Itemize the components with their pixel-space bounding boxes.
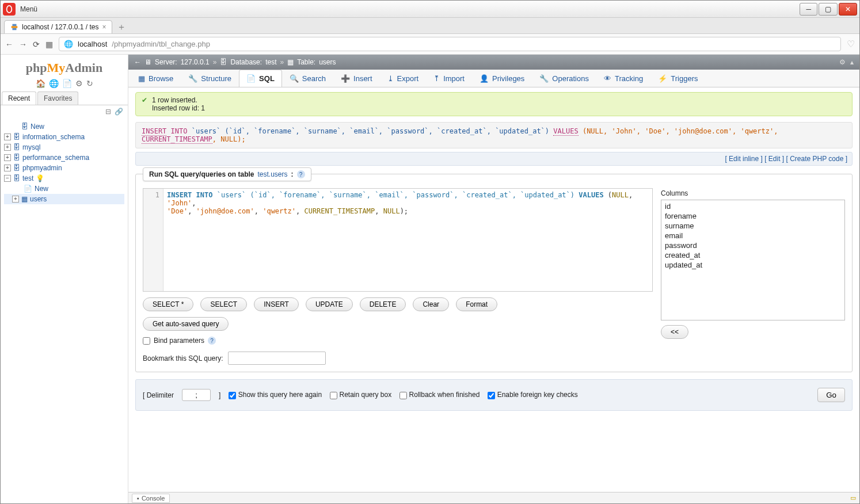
tree-db[interactable]: +🗄performance_schema [4,152,124,163]
column-item[interactable]: forename [664,211,842,221]
svg-point-0 [7,5,12,12]
forward-button[interactable]: → [19,40,27,49]
home-icon[interactable]: 🏠 [36,79,45,88]
format-button[interactable]: Format [456,297,497,311]
new-db-icon: 🗄 [21,123,28,131]
console-toggle[interactable]: ▪Console [132,494,170,503]
tab-search[interactable]: 🔍Search [282,70,333,87]
delimiter-label: Delimiter [147,391,174,399]
tab-export[interactable]: ⤓Export [380,70,427,87]
logout-icon[interactable]: 🌐 [49,79,59,88]
retain-checkbox[interactable] [330,392,337,399]
bookmark-input[interactable] [228,352,326,365]
clear-button[interactable]: Clear [413,297,449,311]
bc-database[interactable]: test [265,58,276,66]
check-icon: ✔ [142,96,147,104]
update-button[interactable]: UPDATE [306,297,353,311]
delimiter-input[interactable] [182,389,211,401]
new-tab-button[interactable]: ＋ [117,21,126,33]
create-php-link[interactable]: Create PHP code [790,155,843,163]
sql-editor[interactable]: 1 INSERT INTO `users` (`id`, `forename`,… [143,188,653,292]
reload-nav-icon[interactable]: ↻ [86,79,93,88]
collapse-icon[interactable]: ▴ [850,58,854,66]
back-nav-icon[interactable]: ← [134,58,141,66]
expander-icon[interactable]: + [12,196,19,203]
collapse-all-icon[interactable]: ⊟ [105,108,111,116]
fk-checkbox[interactable] [488,392,495,399]
editor-body[interactable]: INSERT INTO `users` (`id`, `forename`, `… [163,189,652,291]
tab-browse[interactable]: ▦Browse [131,70,181,87]
bind-params-checkbox[interactable] [143,337,150,345]
edit-link[interactable]: Edit [768,155,781,163]
close-button[interactable]: ✕ [839,3,857,16]
get-autosaved-button[interactable]: Get auto-saved query [143,317,229,331]
query-footer: [ Delimiter ] Show this query here again… [135,379,853,411]
tab-operations[interactable]: 🔧Operations [532,70,596,87]
columns-list[interactable]: id forename surname email password creat… [661,200,845,320]
tab-close-icon[interactable]: × [102,23,106,31]
expander-icon[interactable]: − [4,175,11,182]
tree-table[interactable]: +▦users [4,194,124,204]
expand-console-icon[interactable]: ▭ [850,494,856,502]
url-field[interactable]: 🌐 localhost/phpmyadmin/tbl_change.php [59,37,841,51]
bc-table[interactable]: users [319,58,336,66]
bookmark-heart-icon[interactable]: ♡ [847,39,855,49]
minimize-button[interactable]: ─ [800,3,817,16]
tree-db[interactable]: +🗄mysql [4,142,124,152]
tree-new-table[interactable]: 📄New [4,184,124,194]
column-item[interactable]: id [664,201,842,211]
column-item[interactable]: password [664,240,842,250]
gear-icon[interactable]: ⚙ [839,58,846,66]
tree-db-open[interactable]: −🗄test 💡 [4,173,124,184]
speed-dial-button[interactable]: ▦ [45,40,53,49]
tree-new[interactable]: 🗄New [4,121,124,132]
help-icon[interactable]: ? [208,337,216,345]
tab-title: localhost / 127.0.0.1 / tes [22,23,98,31]
column-item[interactable]: updated_at [664,260,842,270]
tracking-icon: 👁 [604,74,611,83]
column-item[interactable]: surname [664,221,842,231]
tab-tracking[interactable]: 👁Tracking [596,70,650,87]
settings-icon[interactable]: ⚙ [75,79,83,88]
column-item[interactable]: email [664,231,842,240]
edit-inline-link[interactable]: Edit inline [729,155,759,163]
select-button[interactable]: SELECT [200,297,247,311]
expander-icon[interactable]: + [4,165,11,171]
help-icon[interactable]: ? [297,170,305,178]
link-icon[interactable]: 🔗 [115,108,123,116]
tab-privileges[interactable]: 👤Privileges [472,70,532,87]
menu-label[interactable]: Menü [20,5,37,13]
opera-app-button[interactable] [3,3,16,16]
tree-db[interactable]: +🗄information_schema [4,132,124,142]
querybox-table-link[interactable]: test.users [257,170,287,178]
export-icon: ⤓ [387,74,394,83]
tree-db[interactable]: +🗄phpmyadmin [4,163,124,173]
show-again-checkbox[interactable] [229,392,236,399]
sidebar-tab-favorites[interactable]: Favorites [37,91,78,105]
tab-structure[interactable]: 🔧Structure [181,70,239,87]
column-item[interactable]: created_at [664,250,842,260]
tab-insert[interactable]: ➕Insert [333,70,380,87]
db-icon: 🗄 [13,133,20,141]
go-button[interactable]: Go [817,388,845,402]
select-star-button[interactable]: SELECT * [143,297,193,311]
rollback-checkbox[interactable] [399,392,407,399]
tab-import[interactable]: ⤒Import [426,70,472,87]
docs-icon[interactable]: 📄 [62,79,72,88]
tab-sql[interactable]: 📄SQL [239,70,282,87]
insert-icon: ➕ [341,74,350,83]
insert-button[interactable]: INSERT [254,297,299,311]
browser-tab-active[interactable]: localhost / 127.0.0.1 / tes × [4,20,112,33]
bc-server[interactable]: 127.0.0.1 [181,58,210,66]
sidebar-tab-recent[interactable]: Recent [2,91,36,105]
operations-icon: 🔧 [539,74,549,83]
tab-triggers[interactable]: ⚡Triggers [650,70,705,87]
expander-icon[interactable]: + [4,154,11,161]
back-button[interactable]: ← [5,40,13,49]
expander-icon[interactable]: + [4,144,11,151]
delete-button[interactable]: DELETE [360,297,406,311]
maximize-button[interactable]: ▢ [819,3,838,16]
expander-icon[interactable]: + [4,133,11,140]
reload-button[interactable]: ⟳ [33,40,40,49]
insert-column-button[interactable]: << [661,325,688,339]
